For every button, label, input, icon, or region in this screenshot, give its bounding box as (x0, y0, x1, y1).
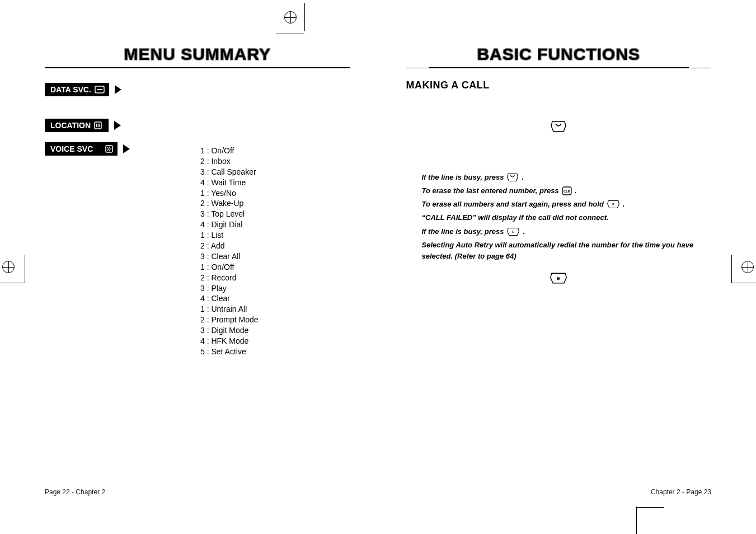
notes-block: If the line is busy, press . To erase th… (422, 172, 712, 262)
list-item: 2 : Add (200, 241, 350, 251)
right-page-title: BASIC FUNCTIONS (406, 45, 712, 64)
svg-rect-1 (97, 89, 102, 90)
note-text: . (623, 199, 625, 210)
note-line-6: Selecting Auto Retry will automatically … (422, 240, 712, 262)
footer-right: Chapter 2 - Page 23 (651, 488, 711, 496)
arrow-right-icon (123, 144, 130, 153)
list-item: 1 : On/Off (200, 146, 350, 156)
list-item: 2 : Wake-Up (200, 198, 350, 209)
list-item: 1 : List (200, 230, 350, 241)
list-item: 4 : Digit Dial (200, 219, 350, 230)
list-item: 1 : Yes/No (200, 188, 350, 199)
location-icon (94, 121, 104, 129)
arrow-right-icon (115, 85, 121, 94)
svg-rect-3 (96, 124, 97, 127)
list-item: 3 : Call Speaker (200, 167, 350, 177)
voice-svc-badge: VOICE SVC (45, 142, 118, 156)
voice-svc-icon (105, 145, 115, 153)
section-heading: MAKING A CALL (406, 79, 712, 91)
left-page: MENU SUMMARY DATA SVC. LOCATION VOIC (34, 45, 361, 500)
svg-text:CLR: CLR (564, 190, 571, 193)
list-item: 4 : HFK Mode (200, 336, 350, 346)
note-line-3: To erase all numbers and start again, pr… (422, 199, 712, 210)
list-item: 3 : Top Level (200, 209, 350, 219)
svg-rect-4 (98, 124, 100, 127)
data-svc-badge: DATA SVC. (45, 83, 109, 96)
list-item: 1 : On/Off (200, 262, 350, 273)
data-svc-label: DATA SVC. (50, 85, 91, 94)
note-line-4: “CALL FAILED” will display if the call d… (422, 212, 712, 223)
location-badge: LOCATION (45, 119, 109, 132)
note-text: To erase all numbers and start again, pr… (422, 199, 604, 210)
talk-handset-icon (550, 120, 567, 133)
arrow-right-icon (114, 121, 121, 130)
list-item: 2 : Prompt Mode (200, 315, 350, 325)
list-item: 1 : Untrain All (200, 304, 350, 315)
note-line-5: If the line is busy, press E . (422, 226, 712, 237)
end-key-icon: E (549, 272, 568, 284)
note-text: Selecting Auto Retry will automatically … (422, 241, 694, 260)
footer-left: Page 22 - Chapter 2 (45, 488, 105, 496)
left-page-title: MENU SUMMARY (45, 45, 350, 64)
end-key-icon: E (606, 200, 621, 209)
note-text: To erase the last entered number, press (422, 185, 559, 196)
location-row: LOCATION (45, 119, 350, 132)
note-text: . (523, 226, 525, 237)
data-svc-icon (95, 86, 105, 93)
location-label: LOCATION (50, 121, 91, 130)
data-svc-row: DATA SVC. (45, 83, 350, 96)
list-item: 4 : Wait Time (200, 177, 350, 188)
note-text: If the line is busy, press (422, 226, 504, 237)
clr-key-icon: CLR (561, 186, 572, 196)
note-line-1: If the line is busy, press . (422, 172, 712, 183)
note-line-2: To erase the last entered number, press … (422, 185, 712, 196)
note-text: . (575, 185, 577, 196)
phone-icon-large (406, 120, 712, 133)
list-item: 2 : Record (200, 273, 350, 283)
end-key-icon: E (506, 227, 520, 236)
note-text: If the line is busy, press (422, 172, 504, 183)
svg-text:E: E (557, 276, 560, 281)
svg-text:E: E (612, 203, 614, 207)
note-text: . (522, 172, 524, 183)
list-item: 2 : Inbox (200, 156, 350, 167)
right-page: BASIC FUNCTIONS MAKING A CALL If the lin… (395, 45, 723, 500)
voice-svc-list: 1 : On/Off2 : Inbox3 : Call Speaker4 : W… (200, 146, 350, 357)
note-text: “CALL FAILED” will display if the call d… (422, 212, 609, 223)
end-key-large: E (406, 272, 712, 284)
list-item: 5 : Set Active (200, 346, 350, 357)
svg-rect-2 (95, 122, 101, 129)
talk-handset-icon (506, 173, 519, 182)
voice-svc-label: VOICE SVC (50, 144, 93, 153)
svg-text:E: E (513, 230, 515, 233)
list-item: 3 : Clear All (200, 251, 350, 262)
title-rule (45, 67, 350, 68)
svg-rect-5 (106, 146, 112, 152)
list-item: 4 : Clear (200, 293, 350, 304)
list-item: 3 : Play (200, 283, 350, 294)
list-item: 3 : Digit Mode (200, 325, 350, 336)
